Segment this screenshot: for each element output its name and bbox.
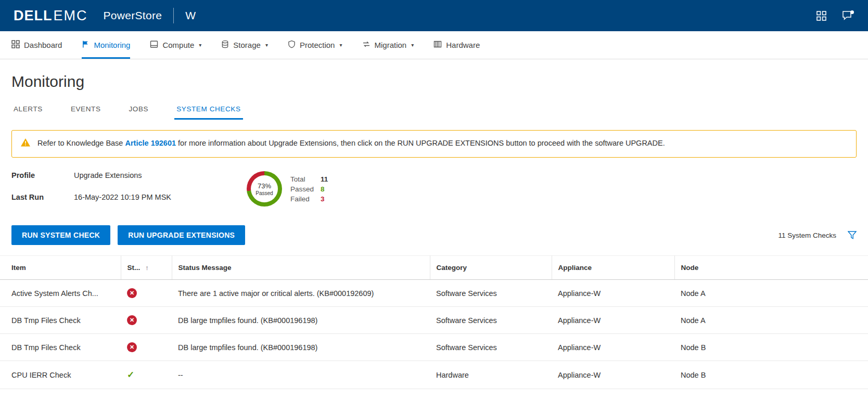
- storage-icon: [221, 40, 229, 50]
- failed-label: Failed: [290, 195, 321, 203]
- product-name: PowerStore: [104, 9, 162, 22]
- hardware-icon: [433, 40, 442, 50]
- cell-category: Hardware: [430, 361, 552, 389]
- tab-system-checks[interactable]: SYSTEM CHECKS: [174, 103, 242, 120]
- nav-label: Migration: [375, 41, 407, 49]
- banner-text-before: Refer to Knowledge Base: [37, 139, 125, 147]
- cell-message: DB large tmpfiles found. (KB#000196198): [172, 307, 430, 334]
- nav-item-hardware[interactable]: Hardware: [433, 31, 480, 59]
- table-header-row: Item St...↑ Status Message Category Appl…: [0, 256, 868, 280]
- profile-label: Profile: [11, 171, 74, 179]
- passed-donut-chart: 73% Passed: [247, 171, 282, 207]
- dell-emc-logo: DELL EMC: [14, 8, 88, 24]
- col-status[interactable]: St...↑: [121, 256, 172, 280]
- nav-item-monitoring[interactable]: Monitoring: [82, 31, 130, 59]
- banner-text-after: for more information about Upgrade Exten…: [176, 139, 665, 147]
- tab-jobs[interactable]: JOBS: [127, 103, 151, 120]
- migration-icon: [362, 40, 371, 50]
- kb-article-link[interactable]: Article 192601: [125, 139, 176, 147]
- nav-label: Hardware: [446, 41, 480, 49]
- kb-warning-banner: Refer to Knowledge Base Article 192601 f…: [11, 130, 857, 158]
- table-row[interactable]: CPU IERR Check ✓ -- Hardware Appliance-W…: [0, 361, 868, 389]
- nav-item-dashboard[interactable]: Dashboard: [11, 31, 62, 59]
- total-value: 11: [321, 175, 328, 183]
- apps-grid-icon[interactable]: [816, 11, 826, 21]
- status-failed-icon: ✕: [127, 288, 137, 298]
- chat-notification-icon[interactable]: [842, 10, 854, 21]
- col-item[interactable]: Item: [0, 256, 121, 280]
- chevron-down-icon: ▾: [265, 42, 268, 48]
- last-run-value: 16-May-2022 10:19 PM MSK: [74, 193, 171, 201]
- chevron-down-icon: ▾: [411, 42, 414, 48]
- passed-value: 8: [321, 185, 328, 193]
- table-row[interactable]: DB Tmp Files Check ✕ DB large tmpfiles f…: [0, 307, 868, 334]
- cell-node: Node B: [674, 334, 868, 361]
- cell-node: Node B: [674, 361, 868, 389]
- warning-icon: [20, 137, 31, 150]
- donut-percent: 73%: [258, 182, 271, 190]
- main-navigation: Dashboard Monitoring Compute ▾ Storage ▾…: [0, 31, 868, 59]
- cell-appliance: Appliance-W: [552, 280, 674, 307]
- last-run-label: Last Run: [11, 193, 74, 201]
- run-system-check-button[interactable]: RUN SYSTEM CHECK: [11, 225, 110, 245]
- nav-item-storage[interactable]: Storage ▾: [221, 31, 268, 59]
- shield-icon: [288, 40, 296, 50]
- status-failed-icon: ✕: [127, 315, 137, 325]
- check-stats: Total 11 Passed 8 Failed 3: [290, 175, 328, 203]
- cell-category: Software Services: [430, 307, 552, 334]
- table-row[interactable]: DB Tmp Files Check ✕ DB large tmpfiles f…: [0, 334, 868, 361]
- col-appliance[interactable]: Appliance: [552, 256, 674, 280]
- cell-message: DB large tmpfiles found. (KB#000196198): [172, 334, 430, 361]
- nav-label: Compute: [162, 41, 194, 49]
- dashboard-icon: [11, 40, 20, 50]
- banner-text: Refer to Knowledge Base Article 192601 f…: [37, 137, 665, 150]
- cell-appliance: Appliance-W: [552, 361, 674, 389]
- brand-emc: EMC: [54, 8, 88, 24]
- filter-icon[interactable]: [848, 231, 857, 239]
- cell-category: Software Services: [430, 334, 552, 361]
- brand-dell: DELL: [14, 8, 53, 24]
- top-header-bar: DELL EMC PowerStore W: [0, 0, 868, 31]
- cell-message: --: [172, 361, 430, 389]
- total-label: Total: [290, 175, 321, 183]
- nav-label: Storage: [233, 41, 261, 49]
- system-checks-count: 11 System Checks: [778, 231, 836, 239]
- cell-category: Software Services: [430, 280, 552, 307]
- cell-item: Active System Alerts Ch...: [0, 280, 121, 307]
- passed-label: Passed: [290, 185, 321, 193]
- compute-icon: [150, 40, 158, 50]
- chevron-down-icon: ▾: [199, 42, 201, 48]
- cell-node: Node A: [674, 280, 868, 307]
- cell-message: There are 1 active major or critical ale…: [172, 280, 430, 307]
- col-node[interactable]: Node: [674, 256, 868, 280]
- tab-events[interactable]: EVENTS: [69, 103, 103, 120]
- nav-label: Monitoring: [94, 41, 130, 49]
- nav-item-protection[interactable]: Protection ▾: [288, 31, 342, 59]
- col-status-label: St...: [127, 264, 141, 272]
- cell-item: DB Tmp Files Check: [0, 307, 121, 334]
- sort-asc-icon[interactable]: ↑: [145, 264, 149, 272]
- system-check-summary: Profile Upgrade Extensions Last Run 16-M…: [11, 171, 857, 207]
- cell-item: CPU IERR Check: [0, 361, 121, 389]
- col-category[interactable]: Category: [430, 256, 552, 280]
- system-checks-table: Item St...↑ Status Message Category Appl…: [0, 255, 868, 389]
- col-status-message[interactable]: Status Message: [172, 256, 430, 280]
- cell-node: Node A: [674, 307, 868, 334]
- nav-item-migration[interactable]: Migration ▾: [362, 31, 414, 59]
- failed-value: 3: [321, 195, 328, 203]
- cell-appliance: Appliance-W: [552, 307, 674, 334]
- status-passed-icon: ✓: [127, 369, 134, 380]
- donut-percent-label: Passed: [256, 190, 273, 196]
- nav-label: Protection: [300, 41, 335, 49]
- table-row[interactable]: Active System Alerts Ch... ✕ There are 1…: [0, 280, 868, 307]
- page-title: Monitoring: [11, 73, 857, 91]
- tab-alerts[interactable]: ALERTS: [11, 103, 45, 120]
- cell-appliance: Appliance-W: [552, 334, 674, 361]
- run-upgrade-extensions-button[interactable]: RUN UPGRADE EXTENSIONS: [118, 225, 245, 245]
- profile-value: Upgrade Extensions: [74, 171, 171, 179]
- header-divider: [173, 8, 174, 23]
- monitoring-tabs: ALERTS EVENTS JOBS SYSTEM CHECKS: [11, 103, 857, 120]
- nav-item-compute[interactable]: Compute ▾: [150, 31, 201, 59]
- actions-row: RUN SYSTEM CHECK RUN UPGRADE EXTENSIONS …: [11, 225, 857, 245]
- nav-label: Dashboard: [24, 41, 62, 49]
